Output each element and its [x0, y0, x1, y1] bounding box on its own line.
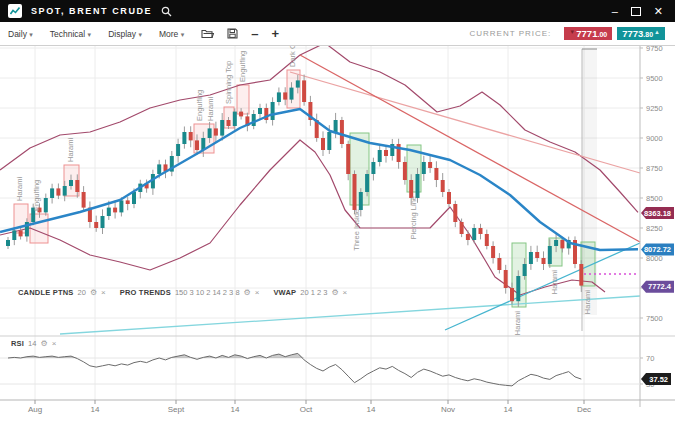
- minimize-icon[interactable]: –: [612, 6, 618, 17]
- svg-text:Spinning Top: Spinning Top: [224, 61, 233, 104]
- svg-text:14: 14: [367, 405, 376, 414]
- svg-text:7500: 7500: [646, 314, 663, 323]
- zoom-out-button[interactable]: –: [251, 27, 258, 40]
- price-chart-canvas[interactable]: HaramiEngulfingHaramiEngulfingHaramiSpin…: [0, 0, 675, 421]
- arrow-up-icon: ▲: [654, 29, 660, 35]
- chevron-down-icon: ▾: [29, 31, 33, 38]
- gear-icon[interactable]: ⚙: [90, 288, 97, 297]
- svg-text:Dec: Dec: [577, 405, 591, 414]
- gear-icon[interactable]: ⚙: [244, 288, 251, 297]
- trading-app-window: SPOT, BRENT CRUDE – ✕ Daily ▾ Technical …: [0, 0, 675, 421]
- svg-text:7772.4: 7772.4: [648, 282, 672, 291]
- svg-text:Harami: Harami: [15, 176, 24, 201]
- svg-text:Harami: Harami: [550, 270, 559, 295]
- svg-text:70: 70: [646, 354, 654, 363]
- trendline-cyan-steep: [445, 243, 640, 330]
- svg-text:14: 14: [91, 405, 100, 414]
- price-badge-layer: 8363.188072.727772.4: [641, 207, 674, 293]
- svg-text:8750: 8750: [646, 164, 663, 173]
- chevron-down-icon: ▾: [138, 31, 142, 38]
- ask-price-badge: 7773.80▲: [617, 27, 665, 41]
- bollinger-upper: [0, 43, 638, 212]
- toolbar: Daily ▾ Technical ▾ Display ▾ More ▾ – +…: [0, 22, 675, 46]
- svg-text:37.52: 37.52: [649, 375, 668, 384]
- trendline-cyan-long: [60, 296, 640, 334]
- menu-more[interactable]: More ▾: [159, 29, 184, 39]
- svg-text:Engulfing: Engulfing: [32, 180, 41, 211]
- rsi-legend: RSI 14 ⚙ ×: [11, 339, 56, 348]
- indicator-rsi: RSI: [11, 339, 24, 348]
- svg-text:Piercing Line: Piercing Line: [409, 196, 418, 239]
- instrument-title: SPOT, BRENT CRUDE: [31, 6, 152, 16]
- svg-text:Aug: Aug: [28, 405, 42, 414]
- close-icon[interactable]: ×: [52, 339, 57, 348]
- menu-timeframe[interactable]: Daily ▾: [8, 29, 33, 39]
- rsi-panel: 703037.52: [0, 353, 671, 388]
- zoom-in-button[interactable]: +: [271, 27, 279, 40]
- svg-text:Nov: Nov: [441, 405, 455, 414]
- indicator-vwap: VWAP: [273, 288, 296, 297]
- indicator-legend-row: CANDLE PTNS 20 ⚙ × PRO TRENDS 150 3 10 2…: [18, 288, 347, 297]
- arrow-down-icon: ▼: [569, 29, 575, 35]
- close-icon[interactable]: ×: [343, 288, 348, 297]
- window-controls: – ✕: [612, 6, 663, 17]
- indicator-candle-ptns: CANDLE PTNS: [18, 288, 74, 297]
- svg-text:Harami: Harami: [513, 311, 522, 336]
- current-price-panel: CURRENT PRICE: ▼7771.00 7773.80▲: [469, 27, 665, 41]
- svg-text:8500: 8500: [646, 194, 663, 203]
- svg-text:9500: 9500: [646, 74, 663, 83]
- measurement-box: [582, 49, 597, 331]
- open-folder-icon[interactable]: [201, 28, 214, 39]
- svg-text:8072.72: 8072.72: [644, 245, 671, 254]
- titlebar: SPOT, BRENT CRUDE – ✕: [0, 0, 675, 22]
- svg-text:Harami: Harami: [206, 96, 215, 121]
- svg-text:9000: 9000: [646, 134, 663, 143]
- svg-text:Oct: Oct: [300, 405, 313, 414]
- svg-text:9250: 9250: [646, 104, 663, 113]
- svg-text:8250: 8250: [646, 224, 663, 233]
- save-icon[interactable]: [227, 28, 238, 39]
- menu-technical[interactable]: Technical ▾: [50, 29, 91, 39]
- svg-text:Sept: Sept: [168, 405, 185, 414]
- gear-icon[interactable]: ⚙: [40, 339, 47, 348]
- current-price-label: CURRENT PRICE:: [469, 29, 551, 38]
- svg-text:14: 14: [504, 405, 513, 414]
- close-icon[interactable]: ✕: [654, 6, 663, 17]
- app-logo-icon: [8, 4, 22, 18]
- svg-text:Engulfing: Engulfing: [195, 90, 204, 121]
- chevron-down-icon: ▾: [88, 31, 92, 38]
- chevron-down-icon: ▾: [181, 31, 185, 38]
- svg-text:14: 14: [231, 405, 240, 414]
- svg-text:Three Inside: Three Inside: [352, 209, 361, 251]
- bid-price-badge: ▼7771.00: [564, 27, 612, 41]
- menu-display[interactable]: Display ▾: [108, 29, 142, 39]
- overlay-top-layer: [0, 109, 638, 274]
- indicator-pro-trends: PRO TRENDS: [120, 288, 171, 297]
- gear-icon[interactable]: ⚙: [331, 288, 338, 297]
- svg-text:8363.18: 8363.18: [644, 209, 671, 218]
- svg-text:Harami: Harami: [66, 137, 75, 162]
- close-icon[interactable]: ×: [255, 288, 260, 297]
- search-icon[interactable]: [161, 6, 172, 17]
- restore-icon[interactable]: [631, 6, 641, 17]
- svg-text:Harami: Harami: [583, 290, 592, 315]
- svg-text:Engulfing: Engulfing: [238, 51, 247, 82]
- close-icon[interactable]: ×: [101, 288, 106, 297]
